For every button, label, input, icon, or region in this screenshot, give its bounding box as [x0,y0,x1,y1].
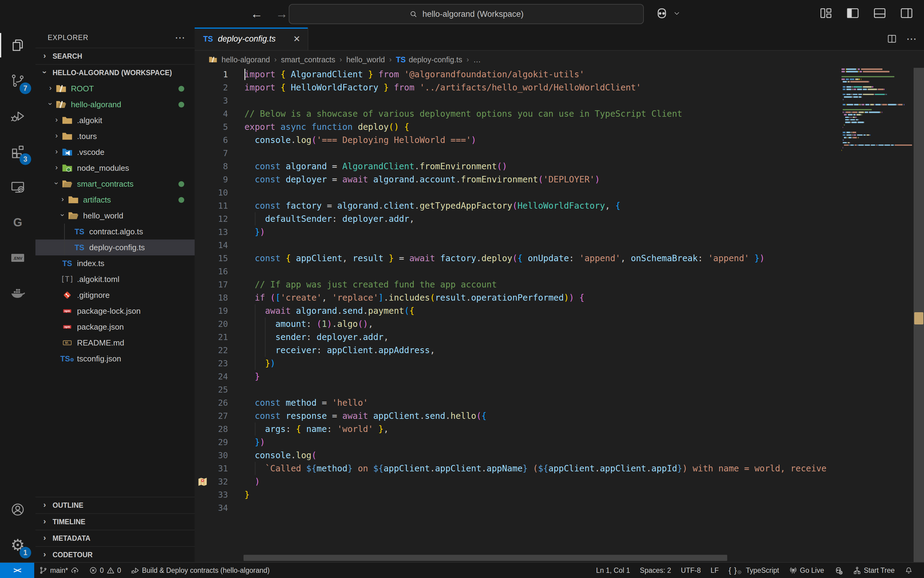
tree-item-smart_contracts[interactable]: ›smart_contracts [36,176,195,192]
tree-item-tsconfig.json[interactable]: TS⚙tsconfig.json [36,351,195,367]
code-line-18[interactable]: 18 if (['create', 'replace'].includes(re… [195,291,840,304]
explorer-more-actions[interactable]: ⋯ [175,31,185,44]
status-item[interactable]: 00 [84,566,126,575]
code-line-17[interactable]: 17 // If app was just created fund the a… [195,278,840,291]
tree-item-hello_world[interactable]: ›hello_world [36,208,195,224]
code-line-34[interactable]: 34 [195,501,840,515]
code-line-12[interactable]: 12 defaultSender: deployer.addr, [195,212,840,226]
code-line-7[interactable]: 7 [195,147,840,160]
activity-run-debug-icon[interactable] [0,98,36,134]
code-line-15[interactable]: 15 const { appClient, result } = await f… [195,252,840,265]
copilot-menu[interactable] [654,5,681,21]
tree-item-.vscode[interactable]: ›.vscode [36,144,195,160]
activity-docker-icon[interactable] [0,276,36,311]
code-line-1[interactable]: 1import { AlgorandClient } from '@algora… [195,68,840,81]
tree-item-ROOT[interactable]: ›ROOT [36,81,195,97]
tree-item-.tours[interactable]: ›.tours [36,128,195,144]
code-line-6[interactable]: 6 console.log('=== Deploying HelloWorld … [195,133,840,147]
activity-dotenv-icon[interactable]: .ENV [0,240,36,276]
tree-item-package-lock.json[interactable]: npmpackage-lock.json [36,303,195,319]
activity-settings-gear-icon[interactable]: ⚙1 [0,527,36,563]
tab-deploy-config[interactable]: TS deploy-config.ts ✕ [195,28,308,50]
code-line-3[interactable]: 3 [195,94,840,107]
code-line-27[interactable]: 27 const response = await appClient.send… [195,409,840,422]
status-copilot-disabled-icon[interactable] [829,566,848,575]
tree-item-node_modules[interactable]: ›node_modules [36,160,195,176]
activity-source-control-icon[interactable]: 7 [0,63,36,98]
code-line-11[interactable]: 11 const factory = algorand.client.getTy… [195,199,840,212]
code-line-29[interactable]: 29 }) [195,436,840,449]
tree-item-.gitignore[interactable]: .gitignore [36,287,195,303]
activity-explorer-icon[interactable] [0,28,36,63]
status-lf[interactable]: LF [706,567,724,575]
vertical-scrollbar[interactable] [914,68,924,563]
section-outline[interactable]: ›OUTLINE [36,497,195,513]
tree-item-package.json[interactable]: npmpackage.json [36,319,195,335]
status-go-live[interactable]: Go Live [784,566,829,575]
toggle-panel-icon[interactable] [871,4,888,22]
breadcrumb-item-hello_world[interactable]: hello_world [346,55,385,64]
nav-forward-icon[interactable]: → [276,7,288,21]
code-line-19[interactable]: 19 await algorand.send.payment({ [195,304,840,317]
code-line-4[interactable]: 4// Below is a showcase of various deplo… [195,107,840,120]
codetour-map-icon[interactable] [197,476,208,487]
status-bell-icon[interactable] [900,566,918,575]
toggle-secondary-sidebar-icon[interactable] [898,4,916,22]
toggle-primary-sidebar-icon[interactable] [844,4,862,22]
tree-item-artifacts[interactable]: ›artifacts [36,192,195,208]
tree-item-hello-algorand[interactable]: ›hello-algorand [36,97,195,112]
code-line-33[interactable]: 33} [195,488,840,501]
tree-item-README.md[interactable]: M↓README.md [36,335,195,351]
status-ln-1-col-1[interactable]: Ln 1, Col 1 [591,567,635,575]
section-codetour[interactable]: ›CODETOUR [36,546,195,563]
code-line-9[interactable]: 9 const deployer = await algorand.accoun… [195,173,840,186]
breadcrumb-item-smart_contracts[interactable]: smart_contracts [281,55,335,64]
code-line-23[interactable]: 23 }) [195,357,840,370]
code-line-30[interactable]: 30 console.log( [195,449,840,462]
code-line-31[interactable]: 31 `Called ${method} on ${appClient.appC… [195,462,840,475]
section-metadata[interactable]: ›METADATA [36,530,195,546]
code-line-26[interactable]: 26 const method = 'hello' [195,396,840,409]
status-start-tree[interactable]: Start Tree [848,566,900,575]
tree-item-index.ts[interactable]: TSindex.ts [36,255,195,271]
tree-item-.algokit[interactable]: ›.algokit [36,112,195,128]
split-editor-icon[interactable] [887,34,897,44]
code-line-25[interactable]: 25 [195,383,840,396]
more-actions-icon[interactable]: ⋯ [906,33,917,45]
status-typescript[interactable]: {}TypeScript [724,566,784,575]
status-spaces-2[interactable]: Spaces: 2 [635,567,676,575]
code-line-21[interactable]: 21 sender: deployer.addr, [195,331,840,344]
code-line-24[interactable]: 24 } [195,370,840,383]
code-line-32[interactable]: 32 ) [195,475,840,488]
code-line-16[interactable]: 16 [195,265,840,278]
minimap[interactable] [840,68,914,563]
tree-item-contract.algo.ts[interactable]: TScontract.algo.ts [36,224,195,240]
status-main[interactable]: main* [34,566,84,575]
breadcrumb-item-deploy-config.ts[interactable]: TSdeploy-config.ts [396,55,462,64]
code-line-5[interactable]: 5export async function deploy() { [195,120,840,133]
activity-gitlens-icon[interactable]: G [0,205,36,240]
breadcrumb-item-symbols[interactable]: … [473,55,481,64]
code-line-22[interactable]: 22 receiver: appClient.appAddress, [195,344,840,357]
remote-indicator[interactable]: >< [0,563,34,578]
status-build[interactable]: Build & Deploy contracts (hello-algorand… [126,566,274,575]
nav-back-icon[interactable]: ← [250,7,263,21]
code-line-20[interactable]: 20 amount: (1).algo(), [195,317,840,331]
customize-layout-icon[interactable] [817,4,835,22]
code-line-13[interactable]: 13 }) [195,226,840,239]
code-line-28[interactable]: 28 args: { name: 'world' }, [195,422,840,436]
activity-accounts-icon[interactable] [0,492,36,527]
section-timeline[interactable]: ›TIMELINE [36,513,195,530]
code-line-8[interactable]: 8 const algorand = AlgorandClient.fromEn… [195,160,840,173]
tree-item-.algokit.toml[interactable]: [T].algokit.toml [36,271,195,287]
code-line-10[interactable]: 10 [195,186,840,199]
code-line-2[interactable]: 2import { HelloWorldFactory } from '../a… [195,81,840,94]
code-line-14[interactable]: 14 [195,239,840,252]
code-editor[interactable]: 1import { AlgorandClient } from '@algora… [195,68,840,563]
section-search[interactable]: › SEARCH [36,48,195,64]
breadcrumb-item-hello-algorand[interactable]: hello-algorand [208,55,270,64]
tab-close-icon[interactable]: ✕ [293,34,300,44]
activity-extensions-icon[interactable]: 3 [0,134,36,169]
tree-item-deploy-config.ts[interactable]: TSdeploy-config.ts [36,240,195,255]
horizontal-scrollbar[interactable] [244,555,727,561]
